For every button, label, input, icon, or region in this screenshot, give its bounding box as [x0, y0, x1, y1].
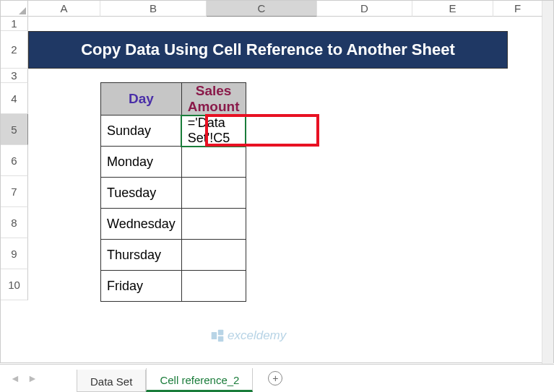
title-banner: Copy Data Using Cell Reference to Anothe…	[28, 31, 508, 69]
row-header-2[interactable]: 2	[1, 31, 28, 69]
cell-sales[interactable]	[181, 240, 246, 271]
row-header-1[interactable]: 1	[1, 17, 28, 31]
row-header-4[interactable]: 4	[1, 83, 28, 114]
col-header-A[interactable]: A	[28, 1, 100, 17]
table-row: Monday	[101, 147, 246, 178]
cell-day[interactable]: Tuesday	[101, 178, 182, 209]
select-all-corner[interactable]	[1, 1, 28, 17]
row-header-8[interactable]: 8	[1, 207, 28, 238]
new-sheet-button[interactable]: +	[263, 366, 287, 391]
table-row: Wednesday	[101, 209, 246, 240]
table-body: Sunday='Data Set'!C5MondayTuesdayWednesd…	[101, 116, 246, 302]
cell-sales[interactable]	[181, 271, 246, 302]
col-header-B[interactable]: B	[100, 1, 207, 17]
table-row: Friday	[101, 271, 246, 302]
tab-next-button[interactable]: ►	[25, 368, 40, 388]
row-headers: 12345678910	[1, 17, 28, 300]
cell-day[interactable]: Sunday	[101, 116, 182, 147]
col-header-F[interactable]: F	[493, 1, 542, 17]
table-row: Tuesday	[101, 178, 246, 209]
row-header-5[interactable]: 5	[1, 114, 28, 145]
plus-icon: +	[268, 371, 282, 386]
col-header-D[interactable]: D	[317, 1, 412, 17]
row-header-6[interactable]: 6	[1, 145, 28, 176]
data-table: Day Sales Amount Sunday='Data Set'!C5Mon…	[100, 82, 246, 302]
svg-rect-1	[218, 330, 224, 336]
sheet-tab[interactable]: Cell reference_2	[146, 368, 253, 392]
row-header-9[interactable]: 9	[1, 238, 28, 269]
svg-rect-0	[212, 332, 217, 339]
tab-nav: ◄ ►	[0, 368, 48, 388]
sheet-tabs: Data SetCell reference_2	[77, 365, 253, 392]
col-header-C[interactable]: C	[207, 1, 317, 17]
cell-day[interactable]: Wednesday	[101, 209, 182, 240]
header-day[interactable]: Day	[101, 83, 182, 116]
spreadsheet-area: ABCDEF 12345678910 Copy Data Using Cell …	[0, 0, 554, 363]
header-sales[interactable]: Sales Amount	[181, 83, 246, 116]
cell-sales[interactable]	[181, 147, 246, 178]
watermark-icon	[210, 328, 225, 343]
cell-sales[interactable]	[181, 209, 246, 240]
cell-sales[interactable]: ='Data Set'!C5	[181, 116, 246, 147]
svg-rect-2	[218, 336, 224, 342]
col-header-E[interactable]: E	[412, 1, 493, 17]
tab-prev-button[interactable]: ◄	[7, 368, 23, 388]
cell-day[interactable]: Friday	[101, 271, 182, 302]
row-header-10[interactable]: 10	[1, 269, 28, 300]
sheet-tab[interactable]: Data Set	[77, 370, 146, 392]
cell-day[interactable]: Thursday	[101, 240, 182, 271]
sheet-tab-strip: ◄ ► Data SetCell reference_2 +	[0, 364, 554, 392]
watermark: exceldemy	[210, 328, 286, 343]
row-header-3[interactable]: 3	[1, 69, 28, 83]
row-header-7[interactable]: 7	[1, 176, 28, 207]
vertical-scrollbar[interactable]	[542, 1, 553, 364]
table-row: Sunday='Data Set'!C5	[101, 116, 246, 147]
cell-sales[interactable]	[181, 178, 246, 209]
table-row: Thursday	[101, 240, 246, 271]
column-headers: ABCDEF	[1, 1, 553, 17]
cell-day[interactable]: Monday	[101, 147, 182, 178]
title-text: Copy Data Using Cell Reference to Anothe…	[81, 40, 455, 59]
